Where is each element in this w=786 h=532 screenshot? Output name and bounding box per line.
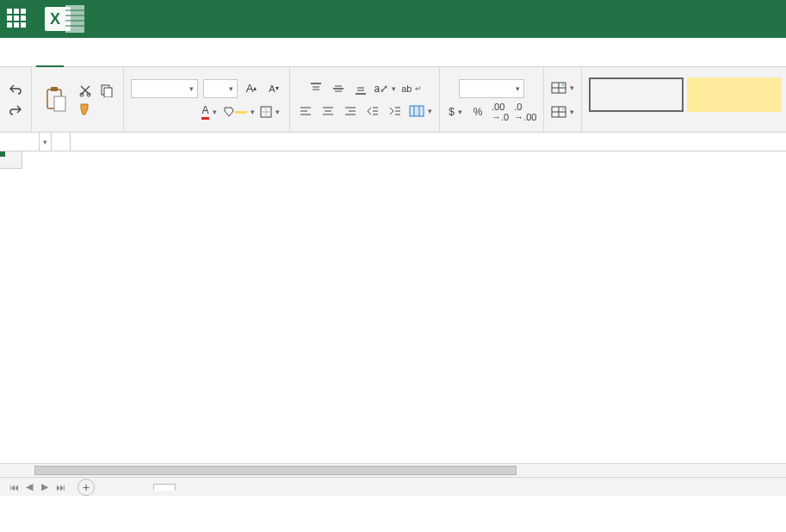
app-launcher-icon[interactable] [7,9,28,29]
align-middle-button[interactable] [330,80,347,97]
group-number: ▾ $▾ % .00→.0 .0→.00 [440,67,544,132]
increase-decimal-button[interactable]: .00→.0 [492,103,509,121]
font-name-select[interactable]: ▾ [131,79,198,98]
sheet-nav-prev[interactable]: ◀ [22,480,36,494]
bold-button[interactable] [133,103,151,121]
name-box[interactable] [0,133,40,151]
svg-rect-41 [410,106,424,116]
group-cells: +▾ −▾ [544,67,582,132]
fx-icon[interactable] [52,133,71,151]
delete-cells-button[interactable]: −▾ [551,103,574,121]
wrap-text-button[interactable]: ab↵ [401,80,422,97]
hscroll-thumb[interactable] [34,466,517,475]
sheet-tab-bar: ⏮ ◀ ▶ ⏭ + [0,477,786,496]
sheet-tab-2[interactable] [129,484,152,491]
ribbon-tabs [0,38,786,67]
sheet-tab-1[interactable] [105,484,127,491]
currency-button[interactable]: $▾ [447,103,464,121]
excel-logo-icon: X [43,3,86,34]
fill-handle[interactable] [0,152,5,157]
decrease-font-button[interactable]: A▾ [265,80,282,97]
group-alignment: a⤢▾ ab↵ ▾ [290,67,440,132]
svg-rect-8 [51,87,58,91]
paste-button[interactable] [39,86,73,114]
fill-color-button[interactable]: ▾ [223,103,255,121]
font-size-select[interactable]: ▾ [203,79,238,98]
tab-file[interactable] [9,53,36,66]
svg-text:−: − [561,106,565,112]
svg-rect-9 [54,96,65,111]
redo-button[interactable] [7,102,24,119]
font-color-button[interactable]: A▾ [201,103,218,121]
increase-indent-button[interactable] [387,102,404,120]
horizontal-scrollbar[interactable] [0,463,786,477]
increase-font-button[interactable]: A▴ [243,80,260,97]
sheet-tab-3[interactable] [153,484,176,491]
formula-bar: ▾ [0,133,786,152]
name-box-dropdown[interactable]: ▾ [40,133,52,151]
group-styles [582,67,786,132]
orientation-button[interactable]: a⤢▾ [374,80,397,97]
underline-button[interactable] [178,103,195,121]
merge-cells-button[interactable]: ▾ [409,102,432,120]
svg-text:+: + [561,82,565,88]
style-normal[interactable] [589,77,684,112]
ribbon: ▾ ▾ A▴ A▾ A▾ ▾ ▾ a⤢▾ ab↵ [0,67,786,133]
add-sheet-button[interactable]: + [77,479,95,496]
svg-rect-1 [65,5,84,33]
border-button[interactable]: ▾ [260,103,280,121]
format-painter-button[interactable] [78,102,95,116]
tab-start[interactable] [36,52,64,67]
group-undo [0,67,32,132]
group-clipboard [32,67,124,132]
align-center-button[interactable] [319,102,337,120]
group-font: ▾ ▾ A▴ A▾ A▾ ▾ ▾ [124,67,290,132]
svg-text:X: X [50,10,60,28]
style-moderate[interactable] [687,77,782,112]
svg-rect-13 [104,88,112,97]
percent-button[interactable]: % [469,103,486,121]
decrease-indent-button[interactable] [364,102,381,120]
cut-button[interactable] [78,84,95,97]
align-bottom-button[interactable] [352,80,369,97]
number-format-select[interactable]: ▾ [459,79,524,98]
sheet-nav-last[interactable]: ⏭ [53,480,67,494]
sheet-nav-next[interactable]: ▶ [38,480,52,494]
spreadsheet-grid: ⏮ ◀ ▶ ⏭ + [0,152,786,496]
align-right-button[interactable] [342,102,359,120]
undo-button[interactable] [7,81,24,98]
copy-button[interactable] [100,84,116,97]
decrease-decimal-button[interactable]: .0→.00 [514,103,536,121]
formula-input[interactable] [71,133,786,151]
sheet-nav-first[interactable]: ⏮ [7,480,21,494]
tab-insert[interactable] [64,53,91,66]
align-top-button[interactable] [307,80,325,97]
insert-cells-button[interactable]: +▾ [551,79,574,96]
align-left-button[interactable] [297,102,314,120]
italic-button[interactable] [156,103,173,121]
app-header: X [0,0,786,38]
